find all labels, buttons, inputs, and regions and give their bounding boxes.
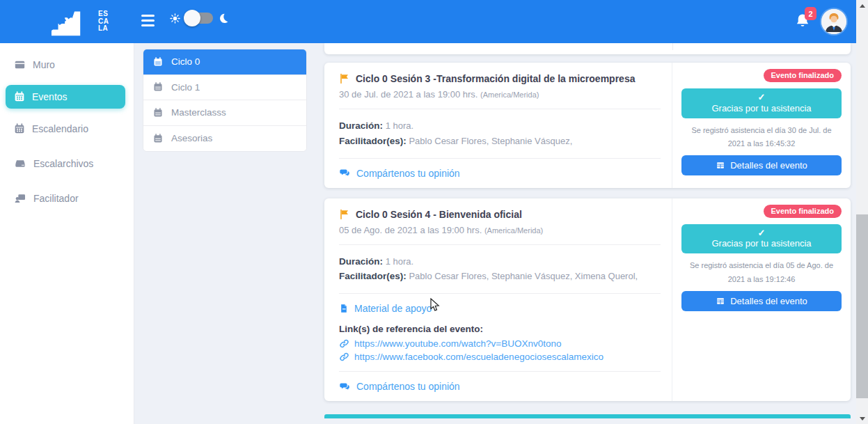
escala-logo: ES CA LA [39,5,109,38]
theme-switch-knob[interactable] [184,10,200,26]
event-card-sesion-4: Ciclo 0 Sesión 4 - Bienvenida oficial 05… [324,198,851,402]
sidebar-item-label: Facilitador [33,193,79,204]
event-status-badge: Evento finalizado [764,205,842,218]
attendance-confirmed-button[interactable]: ✓ Gracias por tu asistencia [681,88,842,118]
divider [339,371,661,372]
event-datetime: 05 de Ago. de 2021 a las 19:00 hrs. (Ame… [339,225,661,235]
sidebar-item-escalarchivos[interactable]: Escalarchivos [0,149,134,178]
sidebar-item-label: Eventos [32,91,68,102]
moon-icon [218,13,229,24]
reference-links-label: Link(s) de referencia del evento: [339,324,661,334]
sidebar-item-eventos[interactable]: Eventos [6,85,125,109]
flag-icon [339,209,350,220]
table-icon [716,297,725,306]
event-facilitators: Facilitador(es): Pablo Cesar Flores, Ste… [339,269,661,284]
cycle-item-masterclasss[interactable]: Masterclasss [143,100,306,126]
next-section-top-edge [324,414,851,418]
scrollbar-thumb[interactable] [856,214,868,398]
theme-switch-track[interactable] [185,13,213,24]
calendar-icon [153,82,163,92]
cycle-item-asesorias[interactable]: Asesorias [143,126,306,152]
support-material-label: Material de apoyo [354,303,432,314]
support-material-link[interactable]: Material de apoyo [339,303,432,314]
attendance-confirmed-button[interactable]: ✓ Gracias por tu asistencia [681,224,842,254]
cycle-filter-list: Ciclo 0 Ciclo 1 Masterclasss Asesorias [143,49,307,152]
event-title-row: Ciclo 0 Sesión 4 - Bienvenida oficial [339,209,661,220]
top-navbar: ES CA LA 2 [0,0,868,43]
event-card-body: Ciclo 0 Sesión 3 -Transformación digital… [324,63,672,188]
stairs-logo-icon [39,5,96,38]
cycle-item-ciclo-1[interactable]: Ciclo 1 [143,75,306,101]
event-facilitators: Facilitador(es): Pablo Cesar Flores, Ste… [339,134,661,149]
facilitator-person-screen-icon [14,193,26,204]
divider [339,158,661,159]
document-icon [339,303,349,314]
event-card-partial [324,43,851,54]
user-avatar[interactable] [821,9,846,34]
event-details-button[interactable]: Detalles del evento [681,155,842,175]
link-icon [339,352,349,362]
link-icon [339,338,349,349]
sidebar-item-escalendario[interactable]: Escalendario [0,114,134,143]
reference-link-youtube[interactable]: https://www.youtube.com/watch?v=BUOXnv0t… [339,338,562,349]
sidebar-item-label: Muro [33,59,55,70]
share-opinion-link[interactable]: Compártenos tu opinión [339,168,460,179]
event-title: Ciclo 0 Sesión 3 -Transformación digital… [356,73,635,84]
events-list: Ciclo 0 Sesión 3 -Transformación digital… [324,43,851,401]
chat-icon [339,168,351,178]
divider [339,293,661,294]
menu-icon[interactable] [141,15,155,27]
cycle-item-label: Masterclasss [171,107,226,118]
event-timezone: (America/Merida) [480,91,539,99]
event-card-status-panel: Evento finalizado ✓ Gracias por tu asist… [672,198,851,402]
calendar-icon [14,123,25,134]
reference-link-url: https://www.facebook.com/escueladenegoci… [354,352,603,362]
attendance-registered-note: Se registró asistencia el día 05 de Ago.… [683,259,840,287]
event-card-sesion-3: Ciclo 0 Sesión 3 -Transformación digital… [324,63,851,188]
event-details-button[interactable]: Detalles del evento [681,291,842,311]
event-status-badge: Evento finalizado [764,69,842,82]
scrollbar-down-arrow[interactable] [856,413,868,424]
cycle-item-label: Asesorias [171,133,212,143]
event-datetime: 30 de Jul. de 2021 a las 19:00 hrs. (Ame… [339,89,661,100]
card-vertical-divider [672,43,673,50]
event-card-body: Ciclo 0 Sesión 4 - Bienvenida oficial 05… [324,198,672,402]
divider [339,109,661,109]
event-timezone: (America/Merida) [484,226,543,235]
page-scrollbar[interactable] [856,0,868,424]
divider [339,244,661,245]
wall-icon [14,59,26,70]
attendance-registered-note: Se registró asistencia el día 30 de Jul.… [683,124,840,152]
cycle-item-label: Ciclo 0 [171,56,200,67]
notification-count-badge: 2 [805,7,816,20]
event-title-row: Ciclo 0 Sesión 3 -Transformación digital… [339,73,661,84]
share-opinion-link[interactable]: Compártenos tu opinión [339,381,460,392]
reference-link-facebook[interactable]: https://www.facebook.com/escueladenegoci… [339,352,603,362]
check-icon: ✓ [681,228,842,239]
theme-toggle[interactable] [170,13,229,24]
chat-icon [339,382,351,392]
sidebar-item-facilitador[interactable]: Facilitador [0,184,134,213]
calendar-icon [153,134,163,143]
sidebar-item-muro[interactable]: Muro [0,50,134,79]
event-duration: Duración: 1 hora. [339,118,661,134]
share-opinion-label: Compártenos tu opinión [356,381,460,392]
scrollbar-up-arrow[interactable] [856,0,868,11]
brand-text: ES CA LA [98,10,109,33]
calendar-icon [153,57,163,67]
calendar-icon [14,91,25,102]
cycle-item-label: Ciclo 1 [171,82,200,93]
flag-icon [339,73,350,84]
event-card-status-panel: Evento finalizado ✓ Gracias por tu asist… [672,63,851,188]
notifications-button[interactable]: 2 [794,11,817,35]
cycle-item-ciclo-0[interactable]: Ciclo 0 [143,49,306,75]
sun-icon [170,13,180,24]
share-opinion-label: Compártenos tu opinión [356,168,460,179]
archive-drive-icon [14,158,26,169]
check-icon: ✓ [681,92,842,103]
reference-link-url: https://www.youtube.com/watch?v=BUOXnv0t… [354,338,562,349]
table-icon [716,161,725,170]
event-duration: Duración: 1 hora. [339,254,661,269]
sidebar-item-label: Escalarchivos [33,158,93,169]
event-title: Ciclo 0 Sesión 4 - Bienvenida oficial [356,209,522,220]
